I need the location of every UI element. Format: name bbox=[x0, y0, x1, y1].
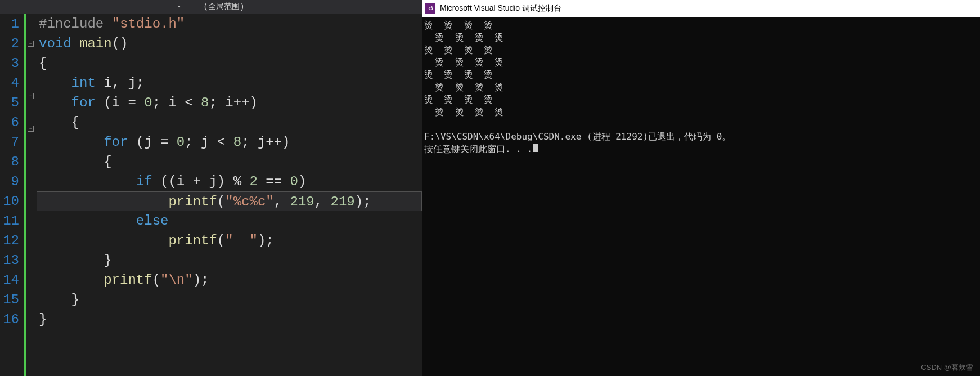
line-number: 12 bbox=[0, 231, 19, 250]
code-line: for (j = 0; j < 8; j++) bbox=[39, 132, 422, 152]
output-line: 烫 烫 烫 烫 bbox=[424, 32, 504, 43]
vs-icon: C\ bbox=[425, 3, 435, 14]
output-line: 烫 烫 烫 烫 bbox=[424, 82, 504, 92]
output-line: 烫 烫 烫 烫 bbox=[424, 69, 493, 80]
line-number-gutter: 1 2 3 4 5 6 7 8 9 10 11 12 13 14 15 16 bbox=[0, 14, 24, 376]
line-number: 1 bbox=[0, 14, 19, 34]
press-key-line: 按任意键关闭此窗口. . . bbox=[424, 144, 532, 154]
output-line: 烫 烫 烫 烫 bbox=[424, 44, 493, 55]
code-line-current: printf("%c%c", 219, 219); bbox=[37, 191, 422, 211]
line-number: 7 bbox=[0, 132, 19, 152]
output-line: 烫 烫 烫 烫 bbox=[424, 20, 493, 30]
code-line: else bbox=[39, 211, 422, 231]
output-line: 烫 烫 烫 烫 bbox=[424, 106, 504, 117]
line-number: 2 bbox=[0, 34, 19, 53]
line-number: 4 bbox=[0, 73, 19, 93]
line-number: 14 bbox=[0, 270, 19, 290]
scope-label: (全局范围) bbox=[204, 2, 245, 12]
line-number: 9 bbox=[0, 172, 19, 191]
line-number: 11 bbox=[0, 211, 19, 231]
line-number: 13 bbox=[0, 250, 19, 270]
code-content[interactable]: #include "stdio.h" void main() { int i, … bbox=[37, 14, 422, 376]
code-line: printf(" "); bbox=[39, 231, 422, 250]
code-line: void main() bbox=[39, 34, 422, 53]
fold-toggle-icon[interactable]: − bbox=[28, 126, 34, 132]
console-titlebar[interactable]: C\ Microsoft Visual Studio 调试控制台 bbox=[422, 0, 980, 17]
code-line: if ((i + j) % 2 == 0) bbox=[39, 172, 422, 191]
console-title-text: Microsoft Visual Studio 调试控制台 bbox=[440, 3, 561, 14]
fold-toggle-icon[interactable]: − bbox=[28, 41, 34, 47]
exit-line: F:\VS\CSDN\x64\Debug\CSDN.exe (进程 21292)… bbox=[424, 131, 731, 142]
cursor-icon bbox=[533, 144, 538, 152]
console-output[interactable]: 烫 烫 烫 烫 烫 烫 烫 烫 烫 烫 烫 烫 烫 烫 烫 烫 烫 烫 烫 烫 … bbox=[422, 17, 980, 376]
editor-body: 1 2 3 4 5 6 7 8 9 10 11 12 13 14 15 16 −… bbox=[0, 14, 422, 376]
code-line: #include "stdio.h" bbox=[39, 14, 422, 34]
code-line: } bbox=[39, 310, 422, 329]
line-number: 6 bbox=[0, 113, 19, 132]
code-line: { bbox=[39, 113, 422, 132]
code-editor-panel: ▾ (全局范围) 1 2 3 4 5 6 7 8 9 10 11 12 13 1… bbox=[0, 0, 422, 376]
line-number: 10 bbox=[0, 191, 19, 211]
code-line: { bbox=[39, 152, 422, 172]
output-line: 烫 烫 烫 烫 bbox=[424, 94, 493, 105]
line-number: 5 bbox=[0, 93, 19, 113]
output-line: 烫 烫 烫 烫 bbox=[424, 57, 504, 68]
watermark: CSDN @暮炊雪 bbox=[921, 362, 973, 373]
line-number: 16 bbox=[0, 310, 19, 329]
scope-dropdown[interactable]: ▾ (全局范围) bbox=[178, 2, 245, 12]
code-line: for (i = 0; i < 8; i++) bbox=[39, 93, 422, 113]
line-number: 15 bbox=[0, 290, 19, 310]
line-number: 8 bbox=[0, 152, 19, 172]
code-line: printf("\n"); bbox=[39, 270, 422, 290]
scope-bar: ▾ (全局范围) bbox=[0, 0, 422, 14]
code-line: int i, j; bbox=[39, 73, 422, 93]
fold-column: − − − bbox=[26, 14, 37, 376]
code-line: { bbox=[39, 53, 422, 73]
console-panel: C\ Microsoft Visual Studio 调试控制台 烫 烫 烫 烫… bbox=[422, 0, 980, 376]
code-line: } bbox=[39, 290, 422, 310]
line-number: 3 bbox=[0, 53, 19, 73]
fold-toggle-icon[interactable]: − bbox=[28, 93, 34, 99]
code-line: } bbox=[39, 250, 422, 270]
chevron-down-icon[interactable]: ▾ bbox=[178, 3, 181, 10]
